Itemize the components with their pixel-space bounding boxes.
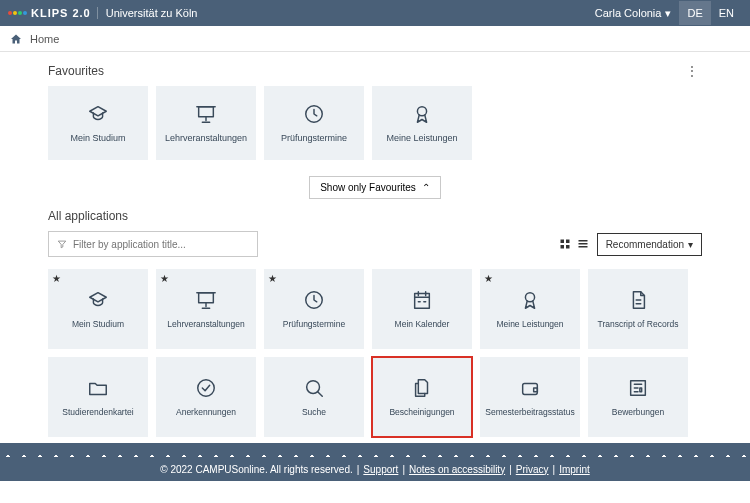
svg-rect-0 bbox=[199, 107, 214, 117]
graduation-icon bbox=[87, 289, 109, 311]
view-switch bbox=[559, 238, 589, 250]
applications-grid: ★Mein Studium★Lehrveranstaltungen★Prüfun… bbox=[48, 269, 702, 437]
tile-label: Semesterbeitragsstatus bbox=[482, 407, 577, 417]
presentation-icon bbox=[195, 103, 217, 125]
tile-label: Prüfungstermine bbox=[277, 133, 351, 143]
user-dropdown[interactable]: Carla Colonia ▾ bbox=[595, 7, 672, 20]
document-icon bbox=[627, 289, 649, 311]
show-only-favourites-button[interactable]: Show only Favourites ⌃ bbox=[309, 176, 441, 199]
recommendation-dropdown[interactable]: Recommendation ▾ bbox=[597, 233, 702, 256]
tile-label: Studierendenkartei bbox=[59, 407, 136, 417]
all-apps-title: All applications bbox=[48, 209, 128, 223]
app-tile-document[interactable]: Transcript of Records bbox=[588, 269, 688, 349]
award-icon bbox=[519, 289, 541, 311]
lang-de[interactable]: DE bbox=[679, 1, 710, 25]
top-bar: KLIPS 2.0 Universität zu Köln Carla Colo… bbox=[0, 0, 750, 26]
filter-input[interactable] bbox=[73, 239, 249, 250]
language-switch: DE EN bbox=[679, 1, 742, 25]
tile-label: Prüfungstermine bbox=[280, 319, 348, 329]
svg-rect-7 bbox=[578, 240, 587, 242]
footer-link-privacy[interactable]: Privacy bbox=[516, 464, 549, 475]
app-tile-check[interactable]: Anerkennungen bbox=[156, 357, 256, 437]
app-logo: KLIPS 2.0 bbox=[8, 7, 98, 19]
tile-label: Meine Leistungen bbox=[382, 133, 461, 143]
favourite-tile-graduation[interactable]: Mein Studium bbox=[48, 86, 148, 160]
app-tile-graduation[interactable]: ★Mein Studium bbox=[48, 269, 148, 349]
app-tile-clock[interactable]: ★Prüfungstermine bbox=[264, 269, 364, 349]
svg-rect-12 bbox=[415, 294, 430, 309]
footer-link-support[interactable]: Support bbox=[363, 464, 398, 475]
star-icon[interactable]: ★ bbox=[484, 273, 493, 284]
wallet-icon bbox=[519, 377, 541, 399]
search-icon bbox=[303, 377, 325, 399]
favourites-heading: Favourites ⋮ bbox=[48, 64, 702, 78]
svg-rect-9 bbox=[578, 246, 587, 248]
app-tile-files[interactable]: Bescheinigungen bbox=[372, 357, 472, 437]
university-name: Universität zu Köln bbox=[106, 7, 198, 19]
svg-rect-8 bbox=[578, 243, 587, 245]
calendar-icon bbox=[411, 289, 433, 311]
app-tile-award[interactable]: ★Meine Leistungen bbox=[480, 269, 580, 349]
check-icon bbox=[195, 377, 217, 399]
app-tile-wallet[interactable]: Semesterbeitragsstatus bbox=[480, 357, 580, 437]
all-apps-heading: All applications bbox=[48, 209, 702, 223]
tile-label: Bescheinigungen bbox=[386, 407, 457, 417]
tile-label: Suche bbox=[299, 407, 329, 417]
filter-row: Recommendation ▾ bbox=[48, 231, 702, 257]
footer-copyright: © 2022 CAMPUSonline. All rights reserved… bbox=[160, 464, 352, 475]
home-icon[interactable] bbox=[10, 33, 22, 45]
caret-down-icon: ▾ bbox=[688, 239, 693, 250]
presentation-icon bbox=[195, 289, 217, 311]
favourites-title: Favourites bbox=[48, 64, 104, 78]
lang-en[interactable]: EN bbox=[711, 1, 742, 25]
breadcrumb-home[interactable]: Home bbox=[30, 33, 59, 45]
grid-view-icon[interactable] bbox=[559, 238, 571, 250]
svg-rect-6 bbox=[566, 245, 570, 249]
award-icon bbox=[411, 103, 433, 125]
favourite-tile-presentation[interactable]: Lehrveranstaltungen bbox=[156, 86, 256, 160]
favourite-tile-award[interactable]: Meine Leistungen bbox=[372, 86, 472, 160]
tile-label: Lehrveranstaltungen bbox=[164, 319, 248, 329]
page-tear-decoration bbox=[0, 443, 750, 457]
svg-rect-5 bbox=[560, 245, 564, 249]
tile-label: Lehrveranstaltungen bbox=[161, 133, 251, 143]
logo-text: KLIPS 2.0 bbox=[31, 7, 91, 19]
favourites-row: Mein StudiumLehrveranstaltungenPrüfungst… bbox=[48, 86, 702, 160]
tile-label: Bewerbungen bbox=[609, 407, 667, 417]
newspaper-icon bbox=[627, 377, 649, 399]
files-icon bbox=[411, 377, 433, 399]
graduation-icon bbox=[87, 103, 109, 125]
app-tile-newspaper[interactable]: Bewerbungen bbox=[588, 357, 688, 437]
app-tile-calendar[interactable]: Mein Kalender bbox=[372, 269, 472, 349]
app-tile-folder[interactable]: Studierendenkartei bbox=[48, 357, 148, 437]
folder-icon bbox=[87, 377, 109, 399]
logo-dots-icon bbox=[8, 11, 27, 15]
chevron-up-icon: ⌃ bbox=[422, 182, 430, 193]
show-only-wrapper: Show only Favourites ⌃ bbox=[48, 176, 702, 199]
clock-icon bbox=[303, 103, 325, 125]
caret-down-icon: ▾ bbox=[665, 7, 671, 20]
app-tile-presentation[interactable]: ★Lehrveranstaltungen bbox=[156, 269, 256, 349]
svg-rect-4 bbox=[566, 240, 570, 244]
svg-point-14 bbox=[198, 380, 215, 397]
tile-label: Mein Kalender bbox=[392, 319, 453, 329]
star-icon[interactable]: ★ bbox=[268, 273, 277, 284]
svg-rect-10 bbox=[199, 293, 214, 303]
show-only-label: Show only Favourites bbox=[320, 182, 416, 193]
tile-label: Meine Leistungen bbox=[493, 319, 566, 329]
list-view-icon[interactable] bbox=[577, 238, 589, 250]
user-name: Carla Colonia bbox=[595, 7, 662, 19]
breadcrumb: Home bbox=[0, 26, 750, 52]
footer-link-accessibility[interactable]: Notes on accessibility bbox=[409, 464, 505, 475]
favourites-menu-icon[interactable]: ⋮ bbox=[682, 64, 702, 78]
filter-box[interactable] bbox=[48, 231, 258, 257]
tile-label: Mein Studium bbox=[69, 319, 127, 329]
tile-label: Anerkennungen bbox=[173, 407, 239, 417]
star-icon[interactable]: ★ bbox=[160, 273, 169, 284]
clock-icon bbox=[303, 289, 325, 311]
svg-rect-3 bbox=[560, 240, 564, 244]
star-icon[interactable]: ★ bbox=[52, 273, 61, 284]
app-tile-search[interactable]: Suche bbox=[264, 357, 364, 437]
favourite-tile-clock[interactable]: Prüfungstermine bbox=[264, 86, 364, 160]
footer-link-imprint[interactable]: Imprint bbox=[559, 464, 590, 475]
